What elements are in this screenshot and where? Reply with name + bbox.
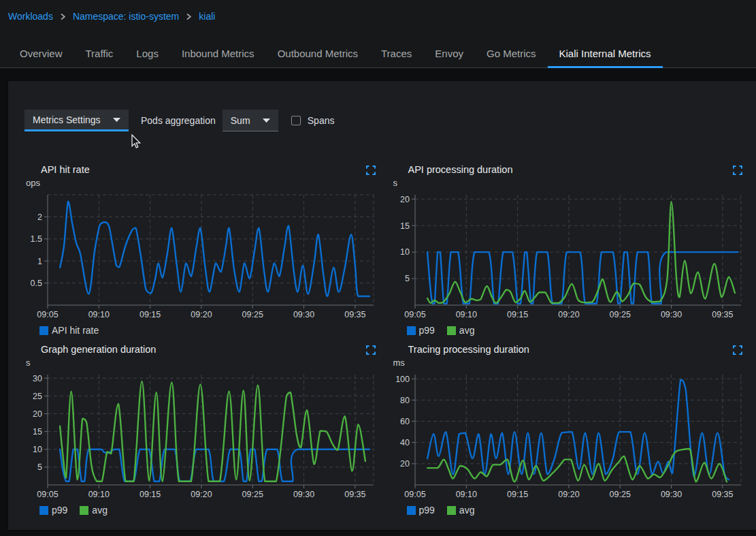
legend-label: avg	[459, 325, 475, 336]
svg-text:100: 100	[395, 375, 410, 384]
svg-text:09:35: 09:35	[344, 490, 365, 499]
chart-legend: API hit rate	[39, 324, 381, 336]
expand-chart-button[interactable]	[365, 344, 377, 356]
svg-text:80: 80	[400, 396, 410, 405]
legend-label: API hit rate	[52, 325, 99, 336]
line-chart: 0.511.5209:0509:1009:1509:2009:2509:3009…	[24, 189, 380, 323]
expand-chart-button[interactable]	[732, 344, 744, 356]
svg-text:5: 5	[405, 274, 410, 283]
tab-traffic[interactable]: Traffic	[74, 42, 125, 67]
spans-label-text: Spans	[308, 115, 335, 126]
svg-text:20: 20	[400, 195, 410, 204]
svg-text:09:05: 09:05	[37, 310, 58, 319]
tab-kiali-internal-metrics[interactable]: Kiali Internal Metrics	[548, 42, 663, 67]
svg-text:09:10: 09:10	[88, 490, 110, 499]
svg-text:09:25: 09:25	[242, 490, 263, 499]
breadcrumb-item-namespace-istio-system[interactable]: Namespace: istio-system	[73, 11, 179, 22]
chart-unit-label: s	[26, 358, 381, 369]
spans-checkbox-label[interactable]: Spans	[291, 115, 335, 126]
legend-swatch	[447, 326, 456, 335]
content-area: Metrics Settings Pods aggregation Sum Sp…	[0, 68, 756, 530]
svg-text:09:05: 09:05	[404, 310, 425, 319]
metrics-toolbar: Metrics Settings Pods aggregation Sum Sp…	[24, 110, 748, 131]
chart-title: API hit rate	[41, 164, 90, 175]
tab-logs[interactable]: Logs	[125, 42, 170, 67]
legend-swatch	[447, 506, 456, 515]
svg-text:09:30: 09:30	[660, 490, 681, 499]
legend-swatch	[80, 506, 88, 515]
svg-text:1.5: 1.5	[31, 234, 42, 244]
metrics-settings-label: Metrics Settings	[33, 114, 101, 125]
chart-legend: p99avg	[39, 504, 381, 516]
svg-text:09:25: 09:25	[609, 490, 630, 499]
tab-overview[interactable]: Overview	[8, 42, 74, 67]
tab-outbound-metrics[interactable]: Outbound Metrics	[266, 42, 369, 67]
svg-text:09:35: 09:35	[344, 310, 365, 319]
metrics-card: Metrics Settings Pods aggregation Sum Sp…	[8, 81, 756, 530]
tab-inbound-metrics[interactable]: Inbound Metrics	[170, 42, 266, 67]
pods-aggregation-label: Pods aggregation	[141, 115, 216, 126]
tab-envoy[interactable]: Envoy	[423, 42, 475, 67]
line-chart: 2040608010009:0509:1009:1509:2009:2509:3…	[392, 369, 748, 503]
expand-chart-button[interactable]	[732, 164, 744, 176]
legend-item-avg[interactable]: avg	[447, 325, 475, 336]
pods-aggregation-dropdown[interactable]: Sum	[223, 110, 278, 131]
kiali-workload-detail-page: WorkloadsNamespace: istio-systemkiali Ov…	[0, 0, 756, 530]
chart-panel-graph-generation-duration: Graph generation duration s 510152025300…	[24, 344, 381, 520]
legend-item-p99[interactable]: p99	[407, 325, 435, 336]
svg-text:09:20: 09:20	[191, 310, 212, 319]
tab-traces[interactable]: Traces	[369, 42, 423, 67]
svg-text:09:30: 09:30	[660, 310, 681, 319]
chart-legend: p99avg	[407, 504, 749, 516]
svg-text:30: 30	[33, 374, 42, 383]
svg-text:10: 10	[33, 445, 42, 454]
svg-text:20: 20	[400, 459, 410, 469]
svg-text:25: 25	[33, 392, 42, 401]
svg-text:09:25: 09:25	[609, 310, 630, 319]
line-chart: 5101520253009:0509:1009:1509:2009:2509:3…	[24, 369, 380, 503]
legend-item-avg[interactable]: avg	[80, 505, 108, 516]
legend-label: avg	[459, 505, 475, 516]
legend-swatch	[407, 326, 416, 335]
svg-text:09:15: 09:15	[506, 490, 527, 499]
legend-label: p99	[419, 505, 435, 516]
legend-item-api-hit-rate[interactable]: API hit rate	[39, 325, 99, 336]
breadcrumb: WorkloadsNamespace: istio-systemkiali	[0, 0, 756, 22]
chart-panel-api-processing-duration: API processing duration s 510152009:0509…	[392, 164, 749, 341]
svg-text:5: 5	[37, 462, 42, 472]
metrics-settings-dropdown[interactable]: Metrics Settings	[24, 110, 129, 131]
svg-text:09:10: 09:10	[88, 310, 110, 319]
svg-text:40: 40	[400, 438, 410, 447]
svg-text:09:10: 09:10	[455, 310, 476, 319]
svg-text:09:25: 09:25	[242, 310, 263, 319]
legend-item-p99[interactable]: p99	[407, 505, 435, 516]
svg-text:09:20: 09:20	[191, 490, 212, 499]
legend-swatch	[39, 326, 48, 335]
chart-title: API processing duration	[408, 164, 513, 175]
expand-icon	[733, 345, 742, 355]
chevron-down-icon	[263, 119, 270, 123]
chart-title: Graph generation duration	[41, 344, 156, 355]
legend-item-p99[interactable]: p99	[39, 505, 67, 516]
legend-label: avg	[92, 505, 108, 516]
svg-text:10: 10	[400, 247, 410, 257]
legend-label: p99	[419, 325, 435, 336]
svg-text:09:20: 09:20	[558, 490, 579, 499]
chart-legend: p99avg	[407, 324, 749, 336]
svg-text:15: 15	[400, 221, 410, 231]
tab-go-metrics[interactable]: Go Metrics	[475, 42, 548, 67]
spans-checkbox[interactable]	[291, 116, 301, 125]
svg-text:15: 15	[33, 427, 42, 437]
svg-text:60: 60	[400, 417, 410, 426]
breadcrumb-item-kiali[interactable]: kiali	[199, 11, 215, 22]
tab-bar: OverviewTrafficLogsInbound MetricsOutbou…	[0, 42, 756, 68]
svg-text:09:15: 09:15	[139, 310, 161, 319]
svg-text:09:15: 09:15	[506, 310, 527, 319]
breadcrumb-item-workloads[interactable]: Workloads	[8, 11, 53, 22]
chevron-right-icon	[61, 13, 65, 20]
pods-aggregation-value: Sum	[231, 115, 250, 126]
expand-chart-button[interactable]	[365, 164, 377, 176]
legend-item-avg[interactable]: avg	[447, 505, 475, 516]
chevron-right-icon	[186, 13, 191, 20]
chart-unit-label: s	[393, 178, 749, 189]
